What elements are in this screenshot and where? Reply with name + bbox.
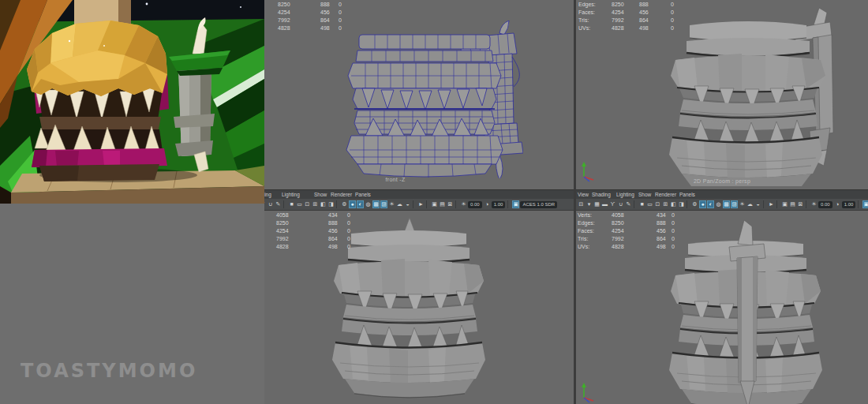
- maya-window: 82508880425445607992864048284980 front -…: [0, 0, 868, 404]
- shaded-box-icon[interactable]: ◧: [320, 200, 327, 208]
- all-lights-icon[interactable]: ◍: [715, 200, 722, 208]
- menu-renderer[interactable]: Renderer: [331, 192, 352, 197]
- watermark: TOASTYMOMO: [21, 360, 197, 382]
- menu-renderer[interactable]: Renderer: [655, 192, 676, 197]
- paste-icon[interactable]: ▤: [789, 200, 796, 208]
- wireframe-box-icon[interactable]: ⊞: [312, 200, 319, 208]
- gamma-icon[interactable]: ◑: [834, 200, 841, 208]
- toolbar-separator: [426, 200, 429, 208]
- paste-icon[interactable]: ▤: [439, 200, 446, 208]
- toolbar-separator: [763, 200, 766, 208]
- occlusion-icon[interactable]: ◒: [404, 200, 411, 208]
- menu-panels[interactable]: Panels: [679, 192, 695, 197]
- brush-icon[interactable]: ✎: [275, 200, 282, 208]
- gamma-field[interactable]: 1.00: [842, 201, 856, 208]
- toolbar-separator: [776, 200, 780, 208]
- default-light-icon[interactable]: ☀: [739, 200, 746, 208]
- shaded-mug-back: [326, 216, 492, 402]
- exposure-field[interactable]: 0.00: [818, 201, 832, 208]
- viewport-label-persp: 2D Pan/Zoom : persp: [576, 178, 868, 184]
- brush-icon[interactable]: ✎: [625, 200, 632, 208]
- flat-shade-icon[interactable]: ■: [638, 200, 645, 208]
- panel-menubar: View Shading Lighting Show Renderer Pane…: [576, 190, 868, 199]
- default-light-icon[interactable]: ☀: [388, 200, 395, 208]
- isolate-select-icon[interactable]: ►: [417, 200, 425, 208]
- menu-shading[interactable]: Shading: [592, 192, 611, 197]
- wireframe-on-shaded-icon[interactable]: ▩: [372, 200, 380, 208]
- gear-icon[interactable]: ⚙: [691, 200, 698, 208]
- wireframe-on-shaded-icon[interactable]: ▩: [723, 200, 730, 208]
- points-box-icon[interactable]: ⊡: [304, 200, 311, 208]
- color-management-icon[interactable]: ▣: [862, 200, 868, 208]
- axis-gizmo: [578, 380, 597, 404]
- shaded-box-icon[interactable]: ◧: [670, 200, 677, 208]
- image-plane-icon[interactable]: ▦: [593, 200, 600, 208]
- viewport-label-front: front -Z: [217, 177, 574, 182]
- gamma-icon[interactable]: ◑: [484, 200, 491, 208]
- clapperboard-icon[interactable]: ▬: [601, 200, 608, 208]
- toolbar-separator: [336, 200, 339, 208]
- textured-box-icon[interactable]: ◨: [678, 200, 685, 208]
- joint-icon[interactable]: ϒ: [609, 200, 616, 208]
- toolbar-separator: [507, 200, 511, 208]
- toolbar-separator: [455, 200, 458, 208]
- duplicate-icon[interactable]: ▣: [431, 200, 438, 208]
- smooth-shade-icon[interactable]: ●: [349, 200, 356, 208]
- axis-gizmo: [578, 159, 597, 183]
- xray-icon[interactable]: ▨: [731, 200, 738, 208]
- occlusion-icon[interactable]: ◒: [754, 200, 761, 208]
- gamma-field[interactable]: 1.00: [492, 201, 506, 208]
- toolbar-separator: [687, 200, 690, 208]
- shadows-icon[interactable]: ☁: [746, 200, 754, 208]
- panel-menubar: View Shading Lighting Show Renderer Pane…: [217, 190, 574, 199]
- menu-lighting[interactable]: Lighting: [616, 192, 634, 197]
- composite-panel: TOASTYMOMO: [0, 0, 264, 404]
- duplicate-icon[interactable]: ▣: [781, 200, 788, 208]
- textured-icon[interactable]: ◐: [707, 200, 714, 208]
- snapshot-icon[interactable]: ⊠: [797, 200, 804, 208]
- isolate-select-icon[interactable]: ►: [768, 200, 775, 208]
- snapshot-icon[interactable]: ⊠: [447, 200, 454, 208]
- menu-lighting[interactable]: Lighting: [282, 192, 300, 197]
- exposure-icon[interactable]: ☀: [460, 200, 467, 208]
- gear-icon[interactable]: ⚙: [341, 200, 348, 208]
- textured-box-icon[interactable]: ◨: [327, 200, 335, 208]
- xray-icon[interactable]: ▨: [380, 200, 387, 208]
- color-management-icon[interactable]: ▣: [512, 200, 519, 208]
- menu-panels[interactable]: Panels: [355, 192, 371, 197]
- flat-shade-icon[interactable]: ■: [288, 200, 295, 208]
- toolbar-separator: [634, 200, 637, 208]
- toolbar-separator: [806, 200, 809, 208]
- panel-divider-vertical[interactable]: [574, 0, 576, 404]
- bounding-box-icon[interactable]: ▭: [646, 200, 653, 208]
- render-spiked-mug-scene: [0, 0, 264, 204]
- toolbar-separator: [413, 200, 416, 208]
- shaded-mug-persp: [661, 6, 839, 186]
- wireframe-mug-front: [334, 21, 523, 178]
- bookmark-icon[interactable]: ▾: [586, 200, 593, 208]
- magnet-icon[interactable]: ∪: [617, 200, 624, 208]
- viewport-toolbar: ⊟▾▦▬ϒ∪✎■▭⊡⊞◧◨⚙●◐◍▩▨☀☁◒►▣▤⊠☀0.00◑1.00▣ACE…: [576, 199, 868, 210]
- menu-view[interactable]: View: [578, 192, 589, 197]
- magnet-icon[interactable]: ∪: [267, 200, 274, 208]
- smooth-shade-icon[interactable]: ●: [699, 200, 706, 208]
- camera-icon[interactable]: ⊟: [578, 200, 585, 208]
- bounding-box-icon[interactable]: ▭: [296, 200, 303, 208]
- viewport-toolbar: ▬ϒ∪✎■▭⊡⊞◧◨⚙●◐◍▩▨☀☁◒►▣▤⊠☀0.00◑1.00▣ACES 1…: [217, 199, 574, 210]
- menu-show[interactable]: Show: [638, 192, 651, 197]
- exposure-icon[interactable]: ☀: [810, 200, 817, 208]
- toolbar-separator: [283, 200, 286, 208]
- shaded-mug-back-handle: [663, 215, 829, 404]
- all-lights-icon[interactable]: ◍: [365, 200, 372, 208]
- textured-icon[interactable]: ◐: [357, 200, 364, 208]
- toolbar-separator: [858, 200, 861, 208]
- menu-show[interactable]: Show: [314, 192, 327, 197]
- exposure-field[interactable]: 0.00: [468, 201, 482, 208]
- view-transform-field[interactable]: ACES 1.0 SDR: [520, 201, 557, 208]
- shadows-icon[interactable]: ☁: [396, 200, 403, 208]
- points-box-icon[interactable]: ⊡: [654, 200, 661, 208]
- wireframe-box-icon[interactable]: ⊞: [662, 200, 669, 208]
